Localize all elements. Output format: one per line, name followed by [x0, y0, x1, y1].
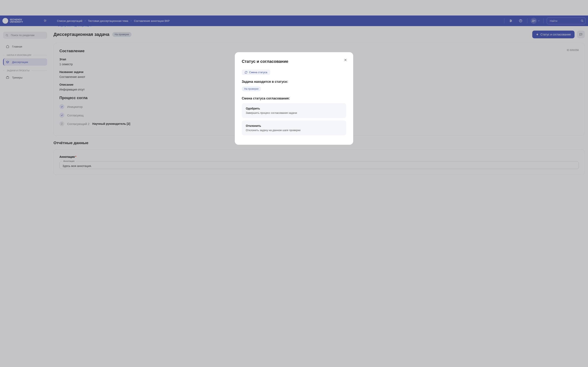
action-desc: Завершить процесс согласования задачи — [246, 111, 342, 114]
modal-subtitle: Смена статуса согласования: — [242, 97, 346, 100]
modal-overlay[interactable]: Статус и согласование Смена статуса Зада… — [0, 0, 588, 188]
reject-action[interactable]: Отклонить Отклонить задачу на данном шаг… — [242, 120, 346, 135]
modal-title: Статус и согласование — [242, 59, 346, 64]
status-modal: Статус и согласование Смена статуса Зада… — [235, 52, 353, 145]
close-icon[interactable] — [344, 58, 347, 62]
change-status-button[interactable]: Смена статуса — [242, 69, 270, 75]
action-desc: Отклонить задачу на данном шаге проверки — [246, 129, 342, 132]
modal-subtitle: Задача находится в статусе: — [242, 80, 346, 83]
button-label: Смена статуса — [249, 71, 267, 74]
approve-action[interactable]: Одобрить Завершить процесс согласования … — [242, 103, 346, 118]
refresh-icon — [245, 71, 247, 74]
action-title: Отклонить — [246, 124, 342, 127]
action-title: Одобрить — [246, 107, 342, 110]
status-badge: На проверке — [242, 86, 261, 91]
